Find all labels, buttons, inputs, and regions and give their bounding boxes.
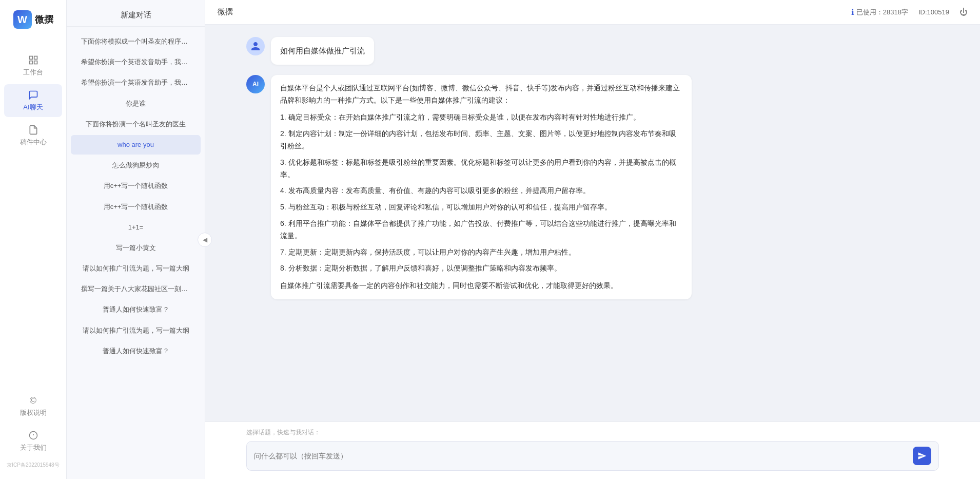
ai-para-2: 2. 制定内容计划：制定一份详细的内容计划，包括发布时间、频率、主题、文案、图片… xyxy=(280,128,682,152)
ai-para-0: 自媒体平台是个人或团队通过互联网平台(如博客、微博、微信公众号、抖音、快手等)发… xyxy=(280,82,682,107)
logo-area: W 微撰 xyxy=(13,10,53,29)
topbar: 微撰 ℹ 已使用：28318字 ID:100519 ⏻ xyxy=(205,0,980,25)
user-question-text: 如何用自媒体做推广引流 xyxy=(280,46,365,55)
list-item-active[interactable]: who are you xyxy=(71,135,201,155)
chat-sidebar: 新建对话 下面你将模拟成一个叫圣友的程序员，我说... 希望你扮演一个英语发音助… xyxy=(67,0,205,479)
about-label: 关于我们 xyxy=(20,443,47,452)
list-item[interactable]: 下面你将扮演一个名叫圣友的医生 xyxy=(71,114,201,134)
quick-prompt-label: 选择话题，快速与我对话： xyxy=(246,428,939,437)
list-item[interactable]: 怎么做狗屎炒肉 xyxy=(71,156,201,175)
list-item[interactable]: 写一篇小黄文 xyxy=(71,238,201,258)
grid-icon xyxy=(28,54,39,66)
list-item[interactable]: 你是谁 xyxy=(71,94,201,113)
info-circle-icon xyxy=(28,430,39,441)
doc-icon xyxy=(28,124,39,136)
ai-message-content: 自媒体平台是个人或团队通过互联网平台(如博客、微博、微信公众号、抖音、快手等)发… xyxy=(271,75,692,299)
workspace-label: 工作台 xyxy=(23,68,43,77)
list-item[interactable]: 撰写一篇关于八大家花园社区一刻钟便民生... xyxy=(71,279,201,299)
avatar-ai: AI xyxy=(246,75,265,93)
chat-input[interactable] xyxy=(254,450,908,462)
page-title: 微撰 xyxy=(218,7,233,17)
input-area: 选择话题，快速与我对话： xyxy=(205,421,980,479)
sidebar-item-about[interactable]: 关于我们 xyxy=(4,425,62,457)
ai-para-5: 5. 与粉丝互动：积极与粉丝互动，回复评论和私信，可以增加用户对你的认可和信任，… xyxy=(280,201,682,214)
avatar xyxy=(246,37,265,55)
copyright-label: 版权说明 xyxy=(20,408,47,417)
ai-para-4: 4. 发布高质量内容：发布高质量、有价值、有趣的内容可以吸引更多的粉丝，并提高用… xyxy=(280,185,682,197)
ai-para-9: 自媒体推广引流需要具备一定的内容创作和社交能力，同时也需要不断尝试和优化，才能取… xyxy=(280,280,682,292)
usage-text: 已使用：28318字 xyxy=(856,8,908,17)
sidebar-item-ai-chat[interactable]: AI聊天 xyxy=(4,84,62,117)
svg-rect-3 xyxy=(29,61,32,64)
list-item[interactable]: 普通人如何快速致富？ xyxy=(71,300,201,319)
list-item[interactable]: 普通人如何快速致富？ xyxy=(71,341,201,361)
send-icon xyxy=(917,451,927,461)
send-button[interactable] xyxy=(913,447,931,465)
list-item[interactable]: 用c++写一个随机函数 xyxy=(71,176,201,196)
collapse-sidebar-button[interactable]: ◀ xyxy=(198,233,212,247)
ai-para-3: 3. 优化标题和标签：标题和标签是吸引粉丝的重要因素。优化标题和标签可以让更多的… xyxy=(280,157,682,181)
ai-para-7: 7. 定期更新：定期更新内容，保持活跃度，可以让用户对你的内容产生兴趣，增加用户… xyxy=(280,246,682,259)
list-item[interactable]: 下面你将模拟成一个叫圣友的程序员，我说... xyxy=(71,32,201,51)
user-message-content: 如何用自媒体做推广引流 xyxy=(271,37,374,65)
input-box-wrap xyxy=(246,441,939,471)
ai-para-8: 8. 分析数据：定期分析数据，了解用户反馈和喜好，以便调整推广策略和内容发布频率… xyxy=(280,262,682,275)
message-row-user: 如何用自媒体做推广引流 xyxy=(246,37,939,65)
svg-rect-1 xyxy=(34,56,37,60)
ai-chat-label: AI聊天 xyxy=(23,103,43,112)
left-navigation: W 微撰 工作台 AI聊天 稿件中心 © 版权说明 xyxy=(0,0,67,479)
logo-letter: W xyxy=(17,14,27,26)
chat-messages-area: 如何用自媒体做推广引流 AI 自媒体平台是个人或团队通过互联网平台(如博客、微博… xyxy=(205,25,980,421)
main-content: 微撰 ℹ 已使用：28318字 ID:100519 ⏻ 如何用自媒体做推广引流 … xyxy=(205,0,980,479)
chat-history-list: 下面你将模拟成一个叫圣友的程序员，我说... 希望你扮演一个英语发音助手，我提供… xyxy=(67,27,205,479)
usage-info: ℹ 已使用：28318字 xyxy=(851,8,908,17)
list-item[interactable]: 希望你扮演一个英语发音助手，我提供给你... xyxy=(71,52,201,72)
ai-para-1: 1. 确定目标受众：在开始自媒体推广引流之前，需要明确目标受众是谁，以便在发布内… xyxy=(280,111,682,124)
chat-icon xyxy=(28,89,39,101)
svg-rect-2 xyxy=(34,61,37,64)
info-icon: ℹ xyxy=(851,8,854,17)
new-chat-button[interactable]: 新建对话 xyxy=(67,0,205,27)
parts-center-label: 稿件中心 xyxy=(20,138,47,147)
sidebar-item-workspace[interactable]: 工作台 xyxy=(4,49,62,82)
list-item[interactable]: 请以如何推广引流为题，写一篇大纲 xyxy=(71,321,201,340)
nav-bottom: © 版权说明 关于我们 京ICP备2022015948号 xyxy=(0,390,66,479)
sidebar-item-copyright[interactable]: © 版权说明 xyxy=(4,390,62,423)
user-id: ID:100519 xyxy=(918,8,949,16)
topbar-right: ℹ 已使用：28318字 ID:100519 ⏻ xyxy=(851,8,968,17)
nav-items: 工作台 AI聊天 稿件中心 xyxy=(0,49,66,390)
logo-icon: W xyxy=(13,10,32,29)
message-row-ai: AI 自媒体平台是个人或团队通过互联网平台(如博客、微博、微信公众号、抖音、快手… xyxy=(246,75,939,299)
list-item[interactable]: 1+1= xyxy=(71,218,201,237)
list-item[interactable]: 请以如何推广引流为题，写一篇大纲 xyxy=(71,259,201,278)
logout-button[interactable]: ⏻ xyxy=(959,8,968,17)
ai-para-6: 6. 利用平台推广功能：自媒体平台都提供了推广功能，如广告投放、付费推广等，可以… xyxy=(280,218,682,242)
list-item[interactable]: 希望你扮演一个英语发音助手，我提供给你... xyxy=(71,73,201,92)
app-name: 微撰 xyxy=(35,13,53,26)
copyright-icon: © xyxy=(28,395,39,406)
sidebar-item-parts-center[interactable]: 稿件中心 xyxy=(4,119,62,152)
list-item[interactable]: 用c++写一个随机函数 xyxy=(71,197,201,217)
svg-rect-0 xyxy=(29,56,32,60)
icp-text: 京ICP备2022015948号 xyxy=(0,459,66,471)
